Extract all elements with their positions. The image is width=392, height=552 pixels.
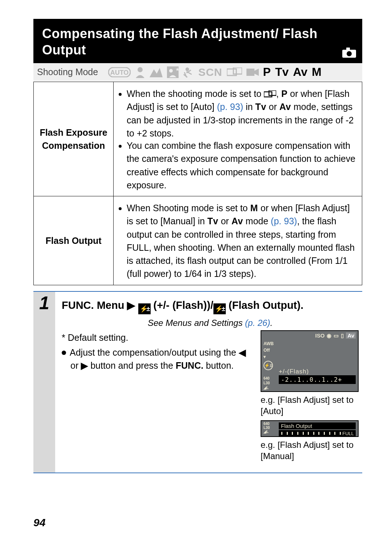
lcd2-track: FULL	[279, 430, 356, 437]
svg-rect-14	[269, 90, 276, 95]
svg-rect-12	[246, 69, 254, 76]
lcd2-bar-label: Flash Output	[279, 422, 356, 429]
table-row: Flash Output When Shooting mode is set t…	[34, 196, 362, 285]
lcd-bottomleft-icons: 640 L30 ◢L	[264, 376, 270, 390]
text: See Menus and Settings	[148, 318, 245, 328]
step-number: 1	[33, 294, 55, 312]
list-item: When the shooting mode is set to , P or …	[127, 87, 357, 140]
text: (Flash Output).	[226, 299, 303, 311]
arrow-right-icon: ▶	[127, 299, 138, 311]
section-title: Compensating the Flash Adjustment/ Flash…	[42, 25, 354, 58]
mode-stitch-icon	[227, 68, 242, 77]
text: (+/- (Flash))/	[151, 299, 213, 311]
page-number: 94	[33, 516, 45, 529]
right-arrow-icon: ▶	[81, 360, 88, 371]
svg-point-7	[169, 69, 173, 73]
full-label: FULL	[342, 430, 354, 437]
mode-av-inline: Av	[232, 216, 243, 226]
mode-icons-strip: AUTO ★ SCN P Tv Av M	[108, 65, 356, 79]
lcd-top-icons: ISO ◉ ▭ ▯ Av	[315, 332, 356, 339]
feature-table: Flash Exposure Compensation When the sho…	[33, 82, 362, 285]
text: or	[219, 216, 232, 226]
lcd-screenshot-auto: ISO ◉ ▭ ▯ Av AWB Off ▾ ⚡±	[261, 330, 359, 392]
page-ref-link[interactable]: (p. 93)	[271, 216, 297, 226]
text: Adjust the compensation/output using the	[70, 347, 239, 357]
lcd2-output-bar: Flash Output FULL	[279, 422, 356, 437]
table-row: Flash Exposure Compensation When the sho…	[34, 82, 362, 196]
page-ref-link[interactable]: (p. 93)	[217, 102, 243, 112]
svg-rect-1	[346, 48, 350, 50]
mode-scn-icon: SCN	[198, 66, 222, 78]
mode-auto-icon: AUTO	[108, 67, 131, 77]
l30-icon: L30	[264, 381, 270, 385]
iso-icon: ISO	[315, 332, 325, 339]
text: .	[270, 318, 273, 328]
left-arrow-icon: ◀	[239, 347, 246, 357]
single-shot-icon: ▯	[341, 332, 344, 339]
svg-text:AUTO: AUTO	[110, 69, 129, 76]
mode-movie-icon	[246, 67, 259, 77]
text: button and press the	[88, 360, 176, 371]
screenshot-caption-auto: e.g. [Flash Adjust] set to [Auto]	[261, 394, 359, 417]
mode-av-icon: Av	[293, 65, 307, 79]
quality-l-icon: ◢L	[264, 430, 270, 434]
mode-nightsnap-icon: ★	[167, 66, 179, 78]
list-item: When Shooting mode is set to M or when […	[127, 201, 357, 281]
quality-l-icon: ◢L	[264, 386, 270, 390]
manual-page: Compensating the Flash Adjustment/ Flash…	[0, 0, 392, 552]
lcd-bar-scale: -2..1..0..1..2+	[279, 375, 356, 384]
lcd-bar-label: +/-(Flash)	[279, 368, 356, 375]
mode-tv-icon: Tv	[275, 65, 289, 79]
mode-portrait-icon	[135, 66, 145, 78]
mode-m-inline: M	[250, 203, 258, 213]
text: Menu	[94, 299, 127, 311]
svg-point-5	[138, 67, 143, 72]
step-body: FUNC. Menu ▶ ⚡± (+/- (Flash))/⚡± (Flash …	[55, 292, 362, 473]
lcd-flash-bar: +/-(Flash) -2..1..0..1..2+	[279, 368, 356, 384]
shooting-mode-row: Shooting Mode AUTO ★ SCN P Tv Av M	[33, 63, 362, 81]
default-setting-note: * Default setting.	[62, 332, 253, 343]
svg-rect-13	[264, 92, 272, 97]
awb-icon: AWB	[264, 341, 274, 346]
lcd2-left-icons: 640 L30 ◢L	[264, 422, 270, 434]
step-heading: FUNC. Menu ▶ ⚡± (+/- (Flash))/⚡± (Flash …	[62, 298, 359, 314]
flash-comp-selected-icon: ⚡±	[264, 361, 273, 370]
step-block: 1 FUNC. Menu ▶ ⚡± (+/- (Flash))/⚡± (Flas…	[33, 291, 362, 474]
res-640-icon: 640	[264, 376, 270, 380]
row-header-flash-output: Flash Output	[34, 196, 114, 285]
mode-p-icon: P	[263, 65, 271, 79]
mode-tv-inline: Tv	[207, 216, 218, 226]
step-columns: * Default setting. Adjust the compensati…	[62, 330, 359, 466]
mode-landscape-icon	[150, 67, 163, 77]
text: ,	[276, 89, 281, 99]
text: When the shooting mode is set to	[127, 89, 264, 99]
lcd-screenshot-manual: 640 L30 ◢L Flash Output FULL	[261, 420, 359, 437]
text: in	[243, 102, 255, 112]
res-640-icon: 640	[264, 422, 270, 426]
lcd-left-icons: AWB Off ▾ ⚡±	[264, 341, 274, 370]
step-number-bar: 1	[33, 292, 55, 473]
frame-icon: ▭	[334, 332, 339, 339]
row-body: When Shooting mode is set to M or when […	[114, 196, 362, 285]
mode-tv-inline: Tv	[255, 102, 266, 112]
svg-point-2	[347, 51, 352, 56]
page-ref-link[interactable]: (p. 26)	[245, 318, 270, 328]
section-title-bar: Compensating the Flash Adjustment/ Flash…	[33, 19, 362, 63]
mode-av-inline: Av	[279, 102, 291, 112]
flash-output-icon: ⚡±	[213, 303, 226, 314]
l30-icon: L30	[264, 426, 270, 430]
shooting-mode-label: Shooting Mode	[37, 67, 98, 77]
svg-text:★: ★	[176, 67, 179, 71]
step-right-col: ISO ◉ ▭ ▯ Av AWB Off ▾ ⚡±	[261, 330, 359, 466]
text: When Shooting mode is set to	[127, 203, 250, 213]
instruction-line: Adjust the compensation/output using the…	[62, 346, 253, 372]
text: or	[266, 102, 279, 112]
bullet-icon	[62, 351, 66, 355]
mode-p-inline: P	[281, 89, 287, 99]
text: button.	[203, 360, 233, 371]
list-item: You can combine the flash exposure compe…	[127, 139, 357, 192]
flash-comp-icon: ⚡±	[138, 303, 151, 314]
row-body: When the shooting mode is set to , P or …	[114, 82, 362, 196]
stitch-inline-icon	[264, 90, 276, 98]
func-label: FUNC.	[176, 360, 203, 371]
